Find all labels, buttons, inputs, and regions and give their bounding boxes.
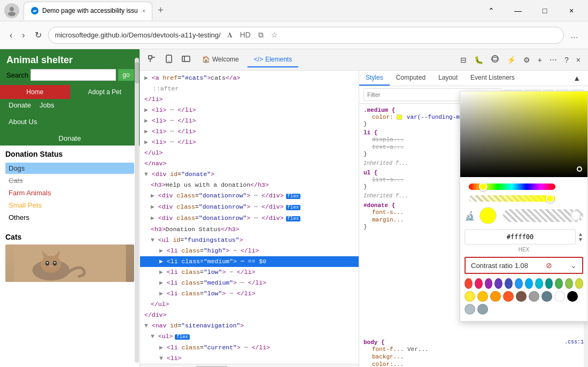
back-button[interactable]: ‹ [6,27,16,43]
selected-tree-line[interactable]: ▶ <li class="medium"> ⋯ == $0 [140,256,359,267]
swatch-purple[interactable] [485,278,493,289]
restore-button[interactable]: ⌃ [479,2,504,19]
swatch-pink[interactable] [475,278,483,289]
elements-tree[interactable]: ▶ <a href="#cats">cats</a> ::after </li>… [140,71,359,367]
swatch-grey[interactable] [529,291,539,302]
tree-line[interactable]: ▶ <li> ⋯ </li> [140,116,359,126]
tree-line[interactable]: ▶ <li class="low"> ⋯ </li> [140,288,359,299]
gradient-cursor[interactable] [577,166,582,172]
tree-line[interactable]: <h3>Help us with a donation</h3> [140,180,359,190]
source-body[interactable]: .css:1 [564,339,584,345]
tree-line[interactable]: ▶ <li class="current"> ⋯ </li> [140,342,359,353]
settings-button[interactable]: ⚙ [520,53,533,66]
search-button[interactable]: go [118,69,134,81]
tree-line[interactable]: ▶ <div class="donationrow"> ⋯ </div>flex [140,202,359,213]
tree-line[interactable]: </nav> [140,158,359,169]
tree-line[interactable]: ▶ <div class="donationrow"> ⋯ </div>flex [140,213,359,224]
tree-horizontal-scroll[interactable] [140,364,359,367]
selector-li[interactable]: li { [363,129,377,136]
network-icon-btn[interactable] [488,52,502,67]
swatch-blue[interactable] [515,278,523,289]
maximize-button[interactable]: □ [532,2,557,19]
styles-scroll-up[interactable]: ▲ [570,72,584,85]
tree-line[interactable]: ▶ <li class="high"> ⋯ </li> [140,246,359,256]
devtools-close-button[interactable]: × [573,53,584,66]
swatch-blue-grey[interactable] [541,291,552,302]
tree-line[interactable]: ▶ <li> ⋯ </li> [140,126,359,137]
selector-body[interactable]: body { [363,339,385,346]
swatch-deep-orange[interactable] [503,291,514,302]
swatch-indigo[interactable] [505,278,513,289]
tree-line[interactable]: ▶ <li> ⋯ </li> [140,137,359,148]
alpha-slider-thumb[interactable] [570,210,581,221]
selector-donate[interactable]: #donate { [363,202,395,209]
tab-close-button[interactable]: × [142,7,145,14]
inspect-element-button[interactable] [144,52,159,67]
close-button[interactable]: × [559,2,584,19]
new-tab-button[interactable]: + [153,3,168,18]
alpha-slider[interactable] [469,195,555,202]
swatch-blue-grey-mid[interactable] [477,304,488,315]
swatch-orange[interactable] [490,291,501,302]
search-input[interactable] [30,69,116,81]
more-tools-button[interactable]: ⋯ [546,53,560,66]
tab-styles[interactable]: Styles [359,71,390,86]
address-bar[interactable]: microsoftedge.github.io/Demos/devtools-a… [48,27,564,44]
swatch-yellow[interactable] [465,291,475,302]
tree-line[interactable]: ▼ <ul>flex [140,331,359,342]
color-gradient-picker[interactable] [460,104,587,177]
device-emulation-button[interactable] [161,52,176,67]
split-icon[interactable]: ⧉ [256,29,266,41]
tree-line[interactable]: ▼ <nav id="sitenavigation"> [140,320,359,331]
swatch-light-blue[interactable] [525,278,533,289]
selector-ul[interactable]: ul { [363,170,377,176]
bug-button[interactable]: 🐛 [471,53,486,66]
nav-jobs[interactable]: Jobs [35,99,58,111]
nav-home[interactable]: Home [0,85,70,99]
tree-line[interactable]: </div> [140,310,359,320]
eyedropper-icon[interactable]: 🔬 [465,211,475,221]
hex-input[interactable] [465,230,576,244]
color-swatch[interactable] [397,114,402,120]
hd-icon[interactable]: HD [238,29,253,41]
swatch-green[interactable] [555,278,563,289]
donate-button[interactable]: Donate [0,131,140,146]
hue-cursor[interactable] [479,182,488,191]
tree-line[interactable]: ▼ <li> [140,353,359,364]
nav-donate[interactable]: Donate [4,99,35,111]
swatch-blue-grey-light[interactable] [465,304,475,315]
tree-line[interactable]: ▶ <li class="low"> ⋯ </li> [140,267,359,278]
tab-elements[interactable]: </> Elements [247,52,298,67]
swatch-amber[interactable] [477,291,488,302]
refresh-button[interactable]: ↻ [32,27,45,43]
swatch-black[interactable] [567,291,578,302]
tree-line[interactable]: ▶ <li> ⋯ </li> [140,105,359,116]
tab-event-listeners[interactable]: Event Listeners [464,71,521,86]
more-button[interactable]: … [567,28,582,42]
active-tab[interactable]: Demo page with accessibility issu × [24,2,152,20]
help-button[interactable]: ? [561,53,572,66]
contrast-expand-button[interactable]: ⌄ [570,261,577,270]
tree-line[interactable]: ▶ <div class="donationrow"> ⋯ </div>flex [140,190,359,202]
tree-line[interactable]: </ul> [140,299,359,310]
alpha-cursor[interactable] [546,194,554,203]
page-scrollbar[interactable] [135,58,139,363]
tree-line[interactable]: ::after [140,83,359,94]
performance-button[interactable]: ⚡ [504,53,519,66]
hue-slider[interactable] [469,184,555,190]
swatch-teal[interactable] [545,278,553,289]
tree-line[interactable]: <h3>Donation Status</h3> [140,224,359,235]
minimize-button[interactable]: — [506,2,530,19]
tree-line[interactable]: ▼ <div id="donate"> [140,169,359,180]
swatch-cyan[interactable] [535,278,543,289]
scrollbar-thumb[interactable] [135,62,139,83]
hex-down-button[interactable]: ▼ [578,237,583,242]
tab-welcome[interactable]: 🏠 Welcome [196,52,245,67]
selector-medium[interactable]: .medium { [363,107,395,113]
tree-line[interactable]: </li> [140,94,359,105]
tree-line[interactable]: ▶ <li class="medium"> ⋯ </li> [140,278,359,288]
swatch-lime[interactable] [575,278,583,289]
add-panel-button[interactable]: + [535,53,545,66]
console-button[interactable]: ⊟ [457,53,470,66]
favorites-icon[interactable]: ☆ [269,29,280,41]
